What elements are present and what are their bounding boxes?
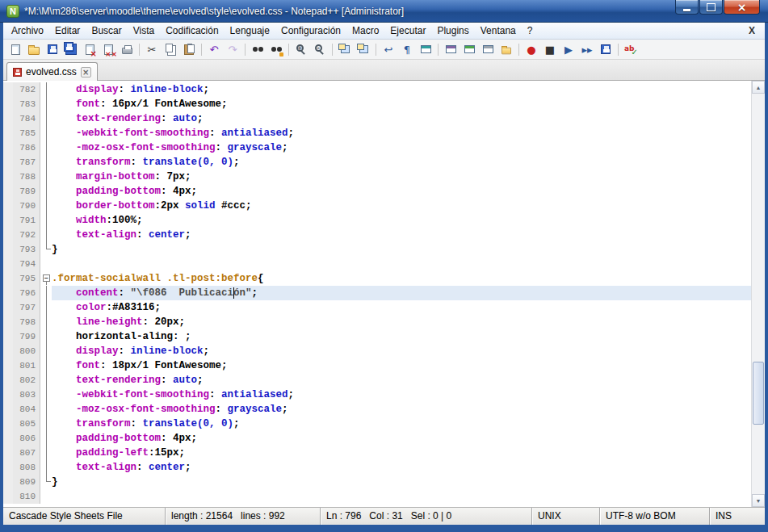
menu-item-buscar[interactable]: Buscar	[86, 23, 127, 39]
code-text[interactable]: }	[52, 242, 751, 257]
code-text[interactable]: horizontal-aling: ;	[52, 329, 751, 344]
code-line-788[interactable]: 788 margin-bottom: 7px;	[3, 170, 751, 184]
code-text[interactable]: width:100%;	[52, 213, 751, 228]
bookmark-margin[interactable]	[3, 184, 13, 199]
spell-check-button[interactable]	[622, 40, 640, 58]
vertical-scrollbar[interactable]: ▲ ▼	[751, 81, 765, 507]
bookmark-margin[interactable]	[3, 97, 13, 111]
code-line-790[interactable]: 790 border-bottom:2px solid #ccc;	[3, 199, 751, 213]
code-text[interactable]	[52, 257, 751, 271]
bookmark-margin[interactable]	[3, 475, 13, 489]
code-line-801[interactable]: 801 font: 18px/1 FontAwesome;	[3, 358, 751, 373]
code-line-799[interactable]: 799 horizontal-aling: ;	[3, 329, 751, 344]
bookmark-margin[interactable]	[3, 155, 13, 170]
bookmark-margin[interactable]	[3, 417, 13, 431]
menu-item-lenguaje[interactable]: Lenguaje	[225, 23, 275, 39]
bookmark-margin[interactable]	[3, 242, 13, 257]
code-text[interactable]: transform: translate(0, 0);	[52, 155, 751, 170]
code-line-789[interactable]: 789 padding-bottom: 4px;	[3, 184, 751, 199]
close-button[interactable]	[724, 0, 760, 15]
bookmark-margin[interactable]	[3, 300, 13, 315]
bookmark-margin[interactable]	[3, 489, 13, 504]
macro-run-multiple-button[interactable]: ▸▸	[578, 40, 596, 58]
code-text[interactable]: text-align: center;	[52, 228, 751, 242]
macro-stop-button[interactable]: ■	[541, 40, 559, 58]
bookmark-margin[interactable]	[3, 199, 13, 213]
code-line-785[interactable]: 785 -webkit-font-smoothing: antialiased;	[3, 126, 751, 140]
redo-button[interactable]: ↷	[224, 40, 241, 58]
save-all-button[interactable]	[62, 40, 80, 58]
code-text[interactable]: text-rendering: auto;	[52, 111, 751, 126]
code-line-798[interactable]: 798 line-height: 20px;	[3, 315, 751, 329]
code-line-800[interactable]: 800 display: inline-block;	[3, 344, 751, 358]
bookmark-margin[interactable]	[3, 344, 13, 358]
bookmark-margin[interactable]	[3, 387, 13, 402]
code-line-784[interactable]: 784 text-rendering: auto;	[3, 111, 751, 126]
code-line-803[interactable]: 803 -webkit-font-smoothing: antialiased;	[3, 387, 751, 402]
bookmark-margin[interactable]	[3, 373, 13, 387]
code-lines[interactable]: 782 display: inline-block;783 font: 16px…	[3, 82, 751, 504]
folder-as-workspace-button[interactable]	[497, 40, 515, 58]
code-line-806[interactable]: 806 padding-bottom: 4px;	[3, 431, 751, 446]
tab-evolved-css[interactable]: evolved.css ×	[6, 62, 98, 81]
code-line-786[interactable]: 786 -moz-osx-font-smoothing: grayscale;	[3, 140, 751, 155]
status-encoding[interactable]: UTF-8 w/o BOM	[599, 508, 709, 525]
code-line-782[interactable]: 782 display: inline-block;	[3, 82, 751, 97]
save-file-button[interactable]	[44, 40, 61, 58]
code-line-796[interactable]: 796 content: "\f086 Publicación";	[3, 286, 751, 300]
menu-item-macro[interactable]: Macro	[346, 23, 384, 39]
code-text[interactable]: }	[52, 475, 751, 489]
code-line-802[interactable]: 802 text-rendering: auto;	[3, 373, 751, 387]
code-text[interactable]: line-height: 20px;	[52, 315, 751, 329]
code-text[interactable]: display: inline-block;	[52, 344, 751, 358]
code-line-794[interactable]: 794	[3, 257, 751, 271]
restore-button[interactable]	[699, 0, 723, 15]
bookmark-margin[interactable]	[3, 213, 13, 228]
menu-item-ejecutar[interactable]: Ejecutar	[384, 23, 431, 39]
menu-item-help[interactable]: ?	[522, 23, 539, 39]
print-button[interactable]	[118, 40, 136, 58]
code-line-791[interactable]: 791 width:100%;	[3, 213, 751, 228]
sync-vertical-scrolling-button[interactable]	[336, 40, 354, 58]
code-text[interactable]: .format-socialwall .tl-post:before{	[52, 271, 751, 286]
find-button[interactable]	[249, 40, 266, 58]
code-text[interactable]: text-rendering: auto;	[52, 373, 751, 387]
code-line-804[interactable]: 804 -moz-osx-font-smoothing: grayscale;	[3, 402, 751, 417]
bookmark-margin[interactable]	[3, 358, 13, 373]
code-line-783[interactable]: 783 font: 16px/1 FontAwesome;	[3, 97, 751, 111]
code-line-787[interactable]: 787 transform: translate(0, 0);	[3, 155, 751, 170]
indent-guide-button[interactable]	[417, 40, 434, 58]
code-line-792[interactable]: 792 text-align: center;	[3, 228, 751, 242]
menu-item-ventana[interactable]: Ventana	[475, 23, 522, 39]
zoom-in-button[interactable]	[292, 40, 310, 58]
code-line-793[interactable]: 793}	[3, 242, 751, 257]
code-text[interactable]: -webkit-font-smoothing: antialiased;	[52, 387, 751, 402]
menu-item-configuracion[interactable]: Configuración	[275, 23, 346, 39]
app-icon[interactable]	[6, 5, 19, 18]
bookmark-margin[interactable]	[3, 460, 13, 475]
code-line-810[interactable]: 810	[3, 489, 751, 504]
bookmark-margin[interactable]	[3, 111, 13, 126]
replace-button[interactable]	[267, 40, 285, 58]
child-close-button[interactable]: X	[745, 23, 758, 39]
code-text[interactable]: font: 16px/1 FontAwesome;	[52, 97, 751, 111]
code-line-809[interactable]: 809}	[3, 475, 751, 489]
code-text[interactable]: text-align: center;	[52, 460, 751, 475]
code-text[interactable]: content: "\f086 Publicación";	[52, 286, 751, 300]
scrollbar-down-button[interactable]: ▼	[752, 494, 765, 507]
bookmark-margin[interactable]	[3, 446, 13, 460]
undo-button[interactable]: ↶	[205, 40, 223, 58]
code-text[interactable]: margin-bottom: 7px;	[52, 170, 751, 184]
code-text[interactable]: padding-bottom: 4px;	[52, 431, 751, 446]
paste-button[interactable]	[180, 40, 198, 58]
new-file-button[interactable]	[6, 40, 24, 58]
close-all-button[interactable]	[99, 40, 117, 58]
macro-play-button[interactable]: ▶	[560, 40, 577, 58]
zoom-out-button[interactable]	[311, 40, 329, 58]
close-file-button[interactable]	[81, 40, 99, 58]
menu-item-vista[interactable]: Vista	[128, 23, 160, 39]
bookmark-margin[interactable]	[3, 126, 13, 140]
code-text[interactable]: -webkit-font-smoothing: antialiased;	[52, 126, 751, 140]
bookmark-margin[interactable]	[3, 315, 13, 329]
document-list-button[interactable]	[479, 40, 497, 58]
